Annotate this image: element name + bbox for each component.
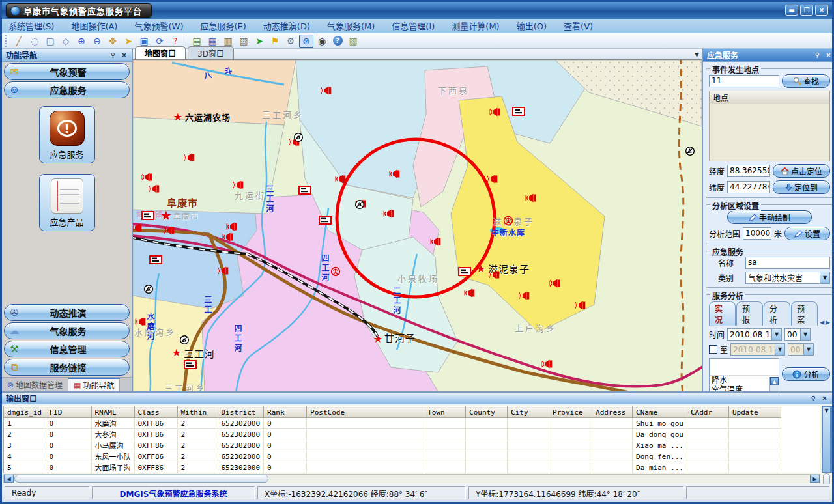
column-header[interactable]: CName	[633, 407, 687, 418]
flag-marker-icon[interactable]	[298, 186, 311, 195]
content-button-1[interactable]: 应急产品	[39, 174, 95, 231]
to-checkbox[interactable]	[709, 345, 717, 354]
refresh-icon[interactable]: ⟳	[152, 35, 167, 48]
zoom-in-icon[interactable]: ⊕	[74, 35, 89, 48]
search-button[interactable]: 查找	[782, 74, 830, 88]
station-marker-icon[interactable]	[144, 285, 154, 294]
element-list-item-1[interactable]: 空气温度	[710, 385, 779, 391]
cross-marker-icon[interactable]	[503, 216, 513, 226]
latitude-input[interactable]: 44.22778446	[727, 181, 770, 193]
siren-marker-icon[interactable]	[487, 175, 498, 184]
station-marker-icon[interactable]	[685, 147, 695, 156]
column-header[interactable]: CAddr	[687, 407, 728, 418]
element-listbox[interactable]: 降水空气温度 ▲	[709, 358, 779, 391]
siren-marker-icon[interactable]	[550, 279, 561, 288]
siren-marker-icon[interactable]	[184, 153, 195, 163]
select-poly-icon[interactable]: ◇	[59, 35, 73, 48]
flag-marker-icon[interactable]	[149, 255, 162, 264]
flag-marker-icon[interactable]	[458, 267, 471, 276]
column-header[interactable]: City	[508, 407, 549, 418]
siren-marker-icon[interactable]	[149, 184, 160, 194]
analysis-tab-3[interactable]: 预案	[791, 301, 818, 326]
left-pin-icon[interactable]: ⚲	[108, 51, 118, 60]
cross-marker-icon[interactable]	[330, 266, 341, 277]
flag-marker-icon[interactable]	[512, 107, 525, 116]
menu-item-0[interactable]: 系统管理(S)	[8, 20, 54, 32]
identify-icon[interactable]: ?	[168, 35, 182, 48]
place-column-header[interactable]: 地点	[709, 91, 830, 104]
restore-button[interactable]: ❐	[800, 5, 813, 16]
left-close-icon[interactable]: ×	[119, 51, 129, 60]
set-range-button[interactable]: 设置	[784, 227, 830, 240]
export-image-icon[interactable]: ▦	[205, 35, 220, 48]
map-tab-0[interactable]: 地图窗口	[135, 46, 186, 59]
hscroll-right-icon[interactable]: ▶	[810, 475, 820, 483]
panel-tab-1[interactable]: ▦功能导航	[68, 378, 120, 391]
map-canvas[interactable]: 八 斗六运湖农场三工河乡下西泉九运街阜康市城关镇阜康市滋泥泉子中新水库小泉牧场滋…	[133, 60, 702, 391]
siren-marker-icon[interactable]	[233, 180, 244, 190]
menu-item-3[interactable]: 应急服务(E)	[200, 20, 246, 32]
output-close-icon[interactable]: ×	[820, 394, 829, 403]
analysis-tab-1[interactable]: 预报	[736, 301, 763, 326]
column-header[interactable]: Within	[177, 407, 218, 418]
analyze-button[interactable]: i 分析	[782, 367, 830, 381]
right-close-icon[interactable]: ×	[824, 51, 833, 60]
listbox-scrollbar[interactable]: ▲	[769, 377, 779, 391]
star-marker-icon[interactable]: ★	[373, 334, 382, 344]
nav-group-top-1[interactable]: ⊚应急服务	[4, 81, 130, 98]
siren-marker-icon[interactable]	[542, 359, 553, 369]
siren-marker-icon[interactable]	[575, 301, 586, 311]
table-row[interactable]: 30小马厩沟0XFF8626523020000Xiao ma ...	[4, 440, 781, 451]
content-button-0[interactable]: !应急服务	[39, 106, 95, 163]
tab-scroll-right-icon[interactable]: ▶	[826, 319, 830, 326]
element-list-item-0[interactable]: 降水	[710, 376, 779, 385]
close-button[interactable]: ×	[815, 5, 828, 16]
toolbar-grip[interactable]	[5, 35, 8, 47]
map-tab-dropdown-icon[interactable]: ▼	[695, 51, 699, 58]
flag-marker-icon[interactable]	[319, 216, 332, 225]
vscroll-down-icon[interactable]: ▼	[822, 406, 831, 473]
tab-scroll-left-icon[interactable]: ◀	[820, 319, 824, 326]
service-name-input[interactable]: sa	[745, 257, 830, 269]
zoom-out-icon[interactable]: ⊖	[90, 35, 104, 48]
nav-group-bottom-3[interactable]: ⧉服务链接	[4, 359, 130, 376]
hscroll-left-icon[interactable]: ◀	[4, 475, 14, 483]
right-pin-icon[interactable]: ⚲	[812, 51, 822, 60]
minimize-button[interactable]: ▬	[785, 5, 798, 16]
column-header[interactable]: District	[218, 407, 264, 418]
flag-marker-icon[interactable]	[184, 360, 197, 369]
goto-button[interactable]: 定位到	[773, 180, 830, 194]
nav-group-bottom-1[interactable]: ☁气象服务	[4, 322, 130, 339]
star-marker-icon[interactable]: ★	[173, 112, 182, 122]
menu-item-2[interactable]: 气象预警(W)	[134, 20, 183, 32]
location-search-input[interactable]: 11	[709, 75, 779, 87]
station-marker-icon[interactable]	[355, 200, 365, 210]
output-hscrollbar[interactable]: ◀ ▶	[3, 474, 820, 483]
table-row[interactable]: 40东风一小队0XFF8626523020000Dong fen...	[4, 451, 781, 462]
analysis-tab-0[interactable]: 实况	[709, 301, 736, 326]
picture-icon[interactable]: ▧	[346, 35, 360, 48]
siren-marker-icon[interactable]	[465, 288, 476, 298]
output-pin-icon[interactable]: ⚲	[809, 394, 818, 403]
siren-marker-icon[interactable]	[218, 266, 229, 276]
column-header[interactable]: Update	[728, 407, 781, 418]
column-header[interactable]: Class	[134, 407, 177, 418]
click-locate-button[interactable]: 点击定位	[773, 164, 830, 178]
siren-marker-icon[interactable]	[321, 86, 332, 96]
siren-marker-icon[interactable]	[526, 193, 537, 203]
settings-gear-icon[interactable]: ⚙	[283, 35, 298, 48]
green-pointer-icon[interactable]: ➤	[252, 35, 266, 48]
manual-draw-button[interactable]: 手动绘制	[727, 210, 812, 224]
select-circle-icon[interactable]: ◌	[27, 35, 42, 48]
siren-marker-icon[interactable]	[489, 270, 500, 280]
place-list[interactable]	[709, 104, 830, 161]
layers-icon[interactable]: ▤	[190, 35, 204, 48]
siren-marker-icon[interactable]	[136, 317, 147, 327]
print-preview-icon[interactable]: ▨	[237, 35, 251, 48]
nav-group-bottom-2[interactable]: ⚒信息管理	[4, 341, 130, 357]
siren-marker-icon[interactable]	[164, 226, 175, 236]
globe-service-icon[interactable]: ⊛	[299, 35, 313, 48]
output-table[interactable]: dmgis_idFIDRNAMEClassWithinDistrictRankP…	[4, 406, 781, 473]
pan-icon[interactable]: ✥	[106, 35, 120, 48]
column-header[interactable]: Rank	[264, 407, 307, 418]
